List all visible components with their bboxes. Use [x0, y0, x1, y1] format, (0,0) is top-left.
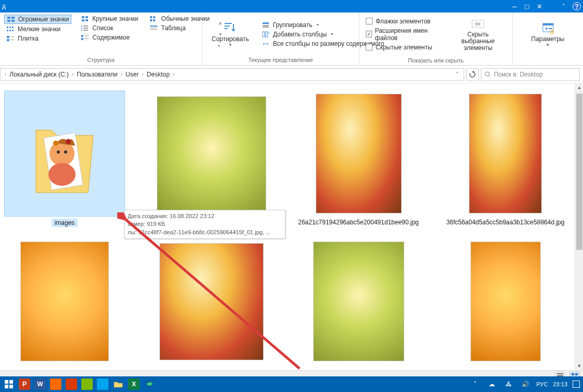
view-extra-large-icons[interactable]: Огромные значки: [4, 15, 71, 24]
taskbar-app[interactable]: [50, 378, 61, 390]
view-large-icons[interactable]: Крупные значки: [79, 15, 140, 23]
svg-rect-24: [81, 35, 83, 37]
svg-rect-19: [83, 26, 88, 27]
taskbar-app[interactable]: [97, 378, 108, 390]
checkbox-hidden[interactable]: Скрытые элементы: [364, 43, 444, 52]
checkbox-item-flags[interactable]: Флажки элементов: [364, 17, 444, 26]
file-item[interactable]: 36fc56a04d5a5cc5b9aa3b13ce58864d.jpg: [445, 91, 566, 227]
folder-item[interactable]: images: [4, 91, 125, 227]
row-label: Добавить столбцы: [273, 31, 327, 38]
list-icon: [81, 25, 89, 31]
minimize-button[interactable]: ─: [512, 3, 517, 10]
file-item[interactable]: [4, 238, 125, 366]
row-label: Расширения имен файлов: [375, 27, 442, 42]
svg-rect-15: [85, 16, 88, 18]
ribbon-group-options: Параметры ▼: [513, 12, 583, 65]
taskbar-word[interactable]: W: [34, 378, 46, 390]
sort-label: Сортировать: [212, 35, 249, 43]
tray-cloud-icon[interactable]: ☁: [486, 378, 498, 390]
chevron-right-icon[interactable]: ›: [70, 71, 76, 77]
taskbar-app[interactable]: [66, 378, 77, 390]
taskbar-app[interactable]: [81, 378, 93, 390]
sort-button[interactable]: Сортировать ▼: [206, 15, 254, 54]
tray-notifications-icon[interactable]: [573, 381, 580, 388]
tray-clock[interactable]: 23:13: [553, 381, 567, 387]
tray-chevron-up-icon[interactable]: ˄: [469, 378, 481, 390]
file-item[interactable]: 26a21c79194296abc5e200491d1bee90.jpg: [298, 91, 419, 227]
file-item[interactable]: 5uErgfwMHyg.jpg: [151, 91, 272, 227]
chevron-right-icon[interactable]: ›: [119, 71, 125, 77]
chevron-down-icon: ▾: [317, 22, 319, 27]
svg-rect-73: [9, 385, 13, 388]
chevron-right-icon[interactable]: ›: [140, 71, 145, 77]
item-name: 36fc56a04d5a5cc5b9aa3b13ce58864d.jpg: [446, 219, 565, 226]
breadcrumb-part[interactable]: Пользователи: [77, 71, 117, 78]
breadcrumb[interactable]: › Локальный диск (C:) › Пользователи › U…: [0, 68, 464, 81]
sort-icon: [222, 21, 239, 35]
tiles-icon: [6, 35, 15, 42]
history-dropdown-icon[interactable]: ˅: [453, 71, 462, 77]
checkbox-extensions[interactable]: Расширения имен файлов: [364, 26, 444, 43]
tray-volume-icon[interactable]: 🔊: [519, 378, 531, 390]
breadcrumb-part[interactable]: Локальный диск (C:): [9, 71, 69, 78]
taskbar-excel[interactable]: X: [128, 378, 140, 390]
hide-selected-button[interactable]: Скрыть выбранныеэлементы: [448, 15, 508, 54]
taskbar-powerpoint[interactable]: P: [19, 378, 30, 390]
view-tiles[interactable]: Плитка: [4, 34, 71, 43]
ribbon-collapse-icon[interactable]: ˄: [562, 3, 565, 10]
view-content[interactable]: Содержимое: [79, 33, 140, 42]
svg-point-60: [53, 141, 58, 146]
scrollbar-thumb[interactable]: [576, 94, 582, 250]
svg-rect-38: [225, 26, 230, 27]
svg-rect-28: [84, 38, 89, 39]
row-label: Группировать: [273, 21, 313, 29]
view-small-icons[interactable]: Мелкие значки: [4, 25, 71, 33]
chevron-right-icon[interactable]: ›: [171, 71, 177, 77]
help-icon[interactable]: ?: [573, 2, 581, 10]
svg-rect-23: [83, 30, 88, 31]
add-column-icon: +: [262, 31, 270, 38]
file-item[interactable]: [298, 238, 419, 366]
svg-rect-26: [84, 36, 88, 37]
file-item[interactable]: [151, 238, 272, 366]
checkbox-icon: [366, 44, 373, 50]
svg-rect-49: [543, 23, 553, 26]
svg-rect-29: [84, 40, 88, 40]
svg-rect-36: [150, 29, 157, 30]
breadcrumb-part[interactable]: Desktop: [147, 71, 170, 78]
checkbox-checked-icon: [366, 31, 372, 37]
group-icon: [262, 21, 270, 29]
svg-rect-25: [84, 35, 89, 35]
search-input[interactable]: Поиск в: Desktop: [481, 68, 580, 81]
chevron-right-icon[interactable]: ›: [3, 71, 8, 77]
svg-rect-42: [263, 27, 269, 28]
svg-rect-30: [150, 16, 152, 18]
maximize-button[interactable]: ▢: [524, 3, 529, 10]
options-button[interactable]: Параметры ▼: [526, 15, 570, 54]
content-icon: [81, 34, 89, 41]
table-icon: [150, 25, 158, 31]
row-label: Скрытые элементы: [376, 44, 432, 51]
view-list[interactable]: Список: [79, 24, 140, 32]
refresh-button[interactable]: [466, 68, 479, 81]
taskbar-explorer[interactable]: [113, 378, 124, 390]
search-placeholder: Поиск в: Desktop: [494, 71, 543, 78]
taskbar-edge[interactable]: [144, 378, 155, 390]
vertical-scrollbar[interactable]: ▲ ▼: [575, 83, 583, 370]
svg-rect-70: [5, 380, 8, 384]
file-item[interactable]: [445, 238, 566, 366]
svg-rect-9: [12, 30, 14, 31]
scroll-up-icon[interactable]: ▲: [575, 83, 583, 92]
svg-rect-35: [150, 28, 157, 28]
svg-rect-2: [7, 20, 10, 22]
row-label: Флажки элементов: [376, 18, 430, 25]
autosize-icon: [262, 40, 270, 47]
scroll-down-icon[interactable]: ▼: [575, 362, 583, 370]
close-button[interactable]: ✕: [537, 3, 542, 10]
search-icon: [485, 71, 491, 78]
tray-network-icon[interactable]: 🖧: [503, 378, 514, 390]
start-button[interactable]: [3, 378, 15, 390]
svg-rect-31: [153, 16, 155, 18]
breadcrumb-part[interactable]: User: [126, 71, 139, 78]
tray-language[interactable]: РУС: [536, 381, 548, 387]
